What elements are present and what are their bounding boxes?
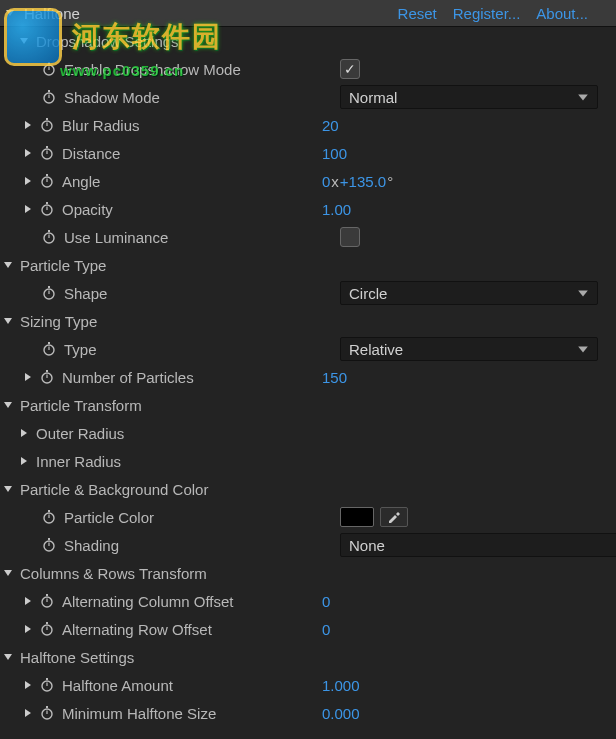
shading-select[interactable]: None (340, 533, 616, 557)
param-blur-radius: Blur Radius 20 (0, 111, 616, 139)
stopwatch-icon[interactable] (40, 284, 58, 302)
angle-degrees[interactable]: +135.0 (340, 173, 386, 190)
eyedropper-icon[interactable] (380, 507, 408, 527)
section-label: Particle & Background Color (20, 481, 208, 498)
particle-color-swatch[interactable] (340, 507, 374, 527)
param-num-particles: Number of Particles 150 (0, 363, 616, 391)
chevron-down-icon (2, 483, 14, 495)
distance-value[interactable]: 100 (322, 145, 347, 162)
stopwatch-icon[interactable] (38, 116, 56, 134)
chevron-down-icon[interactable] (4, 7, 16, 19)
param-distance: Distance 100 (0, 139, 616, 167)
stopwatch-icon[interactable] (38, 368, 56, 386)
stopwatch-icon[interactable] (38, 172, 56, 190)
param-label: Enable Dropshadow Mode (64, 61, 241, 78)
stopwatch-icon[interactable] (38, 592, 56, 610)
about-link[interactable]: About... (536, 5, 588, 22)
section-sizing-type[interactable]: Sizing Type (0, 307, 616, 335)
chevron-right-icon[interactable] (22, 119, 34, 131)
param-angle: Angle 0 x +135.0 ° (0, 167, 616, 195)
chevron-down-icon (18, 35, 30, 47)
svg-rect-37 (46, 594, 48, 596)
shape-select[interactable]: Circle (340, 281, 598, 305)
num-particles-value[interactable]: 150 (322, 369, 347, 386)
param-label: Alternating Row Offset (62, 621, 212, 638)
param-label: Halftone Amount (62, 677, 173, 694)
opacity-value[interactable]: 1.00 (322, 201, 351, 218)
section-particle-type[interactable]: Particle Type (0, 251, 616, 279)
section-outer-radius[interactable]: Outer Radius (0, 419, 616, 447)
chevron-right-icon[interactable] (22, 595, 34, 607)
chevron-down-icon (2, 399, 14, 411)
chevron-right-icon[interactable] (22, 175, 34, 187)
section-label: Outer Radius (36, 425, 124, 442)
svg-rect-34 (48, 538, 50, 540)
section-label: Sizing Type (20, 313, 97, 330)
stopwatch-icon[interactable] (40, 340, 58, 358)
chevron-right-icon[interactable] (22, 623, 34, 635)
section-label: Dropshadow Settings (36, 33, 179, 50)
stopwatch-icon[interactable] (40, 88, 58, 106)
angle-revs[interactable]: 0 (322, 173, 330, 190)
param-shadow-mode: Shadow Mode Normal (0, 83, 616, 111)
stopwatch-icon[interactable] (38, 676, 56, 694)
stopwatch-icon[interactable] (40, 508, 58, 526)
svg-rect-4 (48, 90, 50, 92)
param-opacity: Opacity 1.00 (0, 195, 616, 223)
param-label: Particle Color (64, 509, 154, 526)
alt-row-offset-value[interactable]: 0 (322, 621, 330, 638)
chevron-right-icon[interactable] (22, 707, 34, 719)
effect-title: Halftone (24, 5, 80, 22)
section-columns-rows[interactable]: Columns & Rows Transform (0, 559, 616, 587)
effect-header: Halftone Reset Register... About... (0, 0, 616, 27)
chevron-down-icon (577, 89, 589, 106)
param-type: Type Relative (0, 335, 616, 363)
select-value: Circle (349, 285, 387, 302)
section-inner-radius[interactable]: Inner Radius (0, 447, 616, 475)
stopwatch-icon[interactable] (38, 144, 56, 162)
param-label: Use Luminance (64, 229, 168, 246)
stopwatch-icon[interactable] (40, 536, 58, 554)
min-halftone-size-value[interactable]: 0.000 (322, 705, 360, 722)
stopwatch-icon[interactable] (40, 60, 58, 78)
chevron-right-icon (18, 427, 30, 439)
chevron-right-icon[interactable] (22, 679, 34, 691)
blur-radius-value[interactable]: 20 (322, 117, 339, 134)
param-min-halftone-size: Minimum Halftone Size 0.000 (0, 699, 616, 727)
select-value: Relative (349, 341, 403, 358)
use-luminance-checkbox[interactable] (340, 227, 360, 247)
section-particle-bg-color[interactable]: Particle & Background Color (0, 475, 616, 503)
chevron-down-icon (577, 285, 589, 302)
chevron-down-icon (2, 259, 14, 271)
svg-rect-28 (46, 370, 48, 372)
angle-x: x (331, 173, 339, 190)
param-halftone-amount: Halftone Amount 1.000 (0, 671, 616, 699)
shadow-mode-select[interactable]: Normal (340, 85, 598, 109)
section-halftone-settings[interactable]: Halftone Settings (0, 643, 616, 671)
stopwatch-icon[interactable] (38, 620, 56, 638)
param-use-luminance: Use Luminance (0, 223, 616, 251)
svg-rect-25 (48, 342, 50, 344)
reset-link[interactable]: Reset (398, 5, 437, 22)
register-link[interactable]: Register... (453, 5, 521, 22)
chevron-right-icon[interactable] (22, 371, 34, 383)
chevron-right-icon[interactable] (22, 147, 34, 159)
halftone-amount-value[interactable]: 1.000 (322, 677, 360, 694)
stopwatch-icon[interactable] (38, 200, 56, 218)
angle-suffix: ° (387, 173, 393, 190)
chevron-right-icon[interactable] (22, 203, 34, 215)
stopwatch-icon[interactable] (38, 704, 56, 722)
enable-dropshadow-checkbox[interactable] (340, 59, 360, 79)
section-particle-transform[interactable]: Particle Transform (0, 391, 616, 419)
svg-rect-13 (46, 174, 48, 176)
type-select[interactable]: Relative (340, 337, 598, 361)
chevron-down-icon (577, 341, 589, 358)
param-label: Type (64, 341, 97, 358)
section-dropshadow[interactable]: Dropshadow Settings (0, 27, 616, 55)
param-label: Alternating Column Offset (62, 593, 233, 610)
stopwatch-icon[interactable] (40, 228, 58, 246)
svg-rect-22 (48, 286, 50, 288)
alt-column-offset-value[interactable]: 0 (322, 593, 330, 610)
param-label: Blur Radius (62, 117, 140, 134)
svg-rect-19 (48, 230, 50, 232)
